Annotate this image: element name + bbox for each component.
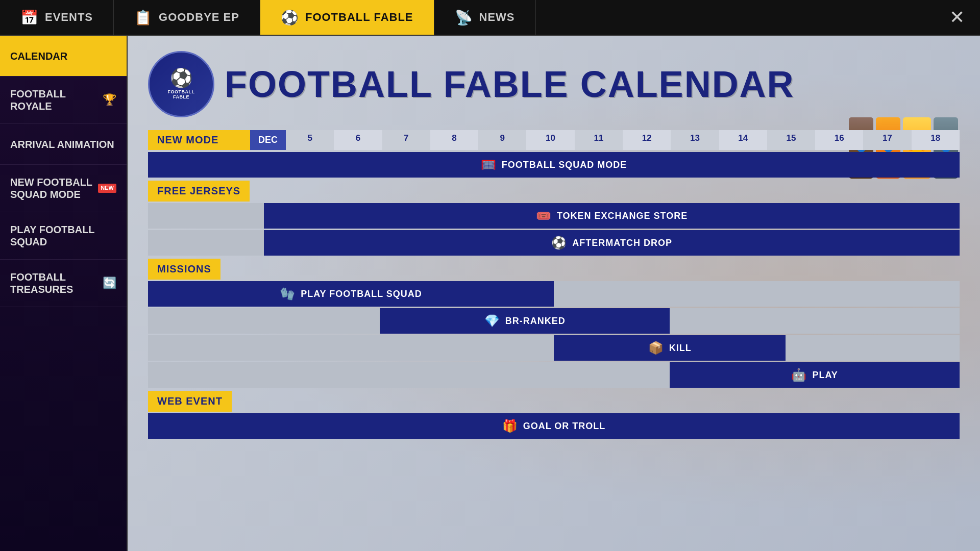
nav-events-label: EVENTS xyxy=(45,11,93,24)
play-football-squad-bar-right-empty xyxy=(554,281,960,307)
date-cell-9: 9 xyxy=(478,130,526,150)
sidebar-item-new-football-squad-mode[interactable]: NEW FOOTBALL SQUAD MODE NEW xyxy=(0,165,127,212)
bar-row-aftermatch-drop-bar[interactable]: ⚽AFTERMATCH DROP xyxy=(148,230,960,256)
section-label-row-free-jerseys-label: FREE JERSEYS xyxy=(148,181,960,202)
kill-bar-icon: 📦 xyxy=(648,341,664,355)
calendar-grid: NEW MODEDEC56789101112131415161718🥅FOOTB… xyxy=(148,130,960,439)
football-fable-logo: ⚽ FOOTBALLFABLE xyxy=(148,51,214,117)
token-exchange-bar-left-empty xyxy=(148,203,264,229)
month-label: DEC xyxy=(250,130,286,150)
bar-row-football-squad-mode-bar[interactable]: 🥅FOOTBALL SQUAD MODE xyxy=(148,152,960,178)
date-cell-11: 11 xyxy=(575,130,623,150)
goal-or-troll-bar: 🎁GOAL OR TROLL xyxy=(148,413,960,439)
nav-news-label: NEWS xyxy=(479,11,515,24)
sidebar-football-treasures-label: FOOTBALL TREASURES xyxy=(10,271,103,295)
nav-news[interactable]: 📡 NEWS xyxy=(434,0,536,35)
football-fable-icon: ⚽ xyxy=(281,9,299,26)
football-squad-mode-bar-label: FOOTBALL SQUAD MODE xyxy=(502,160,627,170)
play-football-squad-bar-label: PLAY FOOTBALL SQUAD xyxy=(301,289,422,299)
play-football-squad-bar-icon: 🧤 xyxy=(280,287,296,301)
kill-bar-left-empty xyxy=(148,335,554,361)
calendar-header: ⚽ FOOTBALLFABLE FOOTBALL FABLE CALENDAR xyxy=(148,51,960,117)
football-royale-icon: 🏆 xyxy=(103,93,116,107)
section-label-row-web-event-label: WEB EVENT xyxy=(148,391,960,412)
top-navigation: 📅 EVENTS 📋 GOODBYE EP ⚽ FOOTBALL FABLE 📡… xyxy=(0,0,980,36)
date-cell-5: 5 xyxy=(286,130,334,150)
date-cell-17: 17 xyxy=(863,130,911,150)
nav-football-fable-label: FOOTBALL FABLE xyxy=(305,11,413,24)
sidebar-new-football-squad-label: NEW FOOTBALL SQUAD MODE xyxy=(10,176,98,201)
goal-or-troll-bar-label: GOAL OR TROLL xyxy=(523,421,606,432)
football-squad-mode-bar: 🥅FOOTBALL SQUAD MODE xyxy=(148,152,960,178)
aftermatch-drop-bar-icon: ⚽ xyxy=(551,236,567,250)
page-title: FOOTBALL FABLE CALENDAR xyxy=(225,66,795,103)
sidebar-item-calendar[interactable]: CALENDAR xyxy=(0,36,127,77)
sidebar-arrival-animation-label: ARRIVAL ANIMATION xyxy=(10,138,114,151)
br-ranked-bar-right-empty xyxy=(670,308,960,334)
football-treasures-icon: 🔄 xyxy=(103,277,116,290)
sidebar-item-play-football-squad[interactable]: PLAY FOOTBALL SQUAD xyxy=(0,212,127,260)
aftermatch-drop-bar-label: AFTERMATCH DROP xyxy=(572,238,672,248)
token-exchange-bar-icon: 🎟️ xyxy=(536,209,552,223)
main-layout: CALENDAR FOOTBALL ROYALE 🏆 ARRIVAL ANIMA… xyxy=(0,36,980,551)
bar-row-kill-bar[interactable]: 📦KILL xyxy=(148,335,960,361)
play-bar-left-empty xyxy=(148,362,670,388)
play-bar-icon: 🤖 xyxy=(791,368,807,382)
date-cell-10: 10 xyxy=(526,130,574,150)
date-cell-12: 12 xyxy=(623,130,671,150)
sidebar-item-football-treasures[interactable]: FOOTBALL TREASURES 🔄 xyxy=(0,260,127,307)
events-icon: 📅 xyxy=(20,9,39,26)
sidebar-item-football-royale[interactable]: FOOTBALL ROYALE 🏆 xyxy=(0,77,127,124)
kill-bar-right-empty xyxy=(786,335,960,361)
date-cell-8: 8 xyxy=(430,130,478,150)
nav-events[interactable]: 📅 EVENTS xyxy=(0,0,114,35)
date-header-row: NEW MODEDEC56789101112131415161718 xyxy=(148,130,960,150)
nav-goodbye-ep[interactable]: 📋 GOODBYE EP xyxy=(114,0,260,35)
date-cell-6: 6 xyxy=(334,130,382,150)
date-cell-7: 7 xyxy=(382,130,430,150)
bar-row-play-bar[interactable]: 🤖PLAY xyxy=(148,362,960,388)
date-cell-13: 13 xyxy=(671,130,719,150)
missions-label: MISSIONS xyxy=(148,259,220,280)
web-event-label: WEB EVENT xyxy=(148,391,232,412)
bar-row-token-exchange-bar[interactable]: 🎟️TOKEN EXCHANGE STORE xyxy=(148,203,960,229)
sidebar-play-football-squad-label: PLAY FOOTBALL SQUAD xyxy=(10,223,116,248)
bar-row-play-football-squad-bar[interactable]: 🧤PLAY FOOTBALL SQUAD xyxy=(148,281,960,307)
date-cell-16: 16 xyxy=(815,130,863,150)
play-football-squad-bar: 🧤PLAY FOOTBALL SQUAD xyxy=(148,281,554,307)
aftermatch-drop-bar-left-empty xyxy=(148,230,264,256)
kill-bar-label: KILL xyxy=(669,343,692,354)
sidebar-calendar-label: CALENDAR xyxy=(10,50,67,62)
play-bar-label: PLAY xyxy=(812,370,838,381)
goal-or-troll-bar-icon: 🎁 xyxy=(502,419,518,433)
new-badge: NEW xyxy=(98,184,116,192)
free-jerseys-label: FREE JERSEYS xyxy=(148,181,250,202)
date-cell-14: 14 xyxy=(719,130,767,150)
bar-row-goal-or-troll-bar[interactable]: 🎁GOAL OR TROLL xyxy=(148,413,960,439)
date-cell-18: 18 xyxy=(912,130,960,150)
play-bar: 🤖PLAY xyxy=(670,362,960,388)
br-ranked-bar-left-empty xyxy=(148,308,380,334)
news-icon: 📡 xyxy=(455,9,473,26)
br-ranked-bar: 💎BR-RANKED xyxy=(380,308,670,334)
football-squad-mode-bar-icon: 🥅 xyxy=(481,158,497,172)
token-exchange-bar-label: TOKEN EXCHANGE STORE xyxy=(557,211,688,221)
br-ranked-bar-label: BR-RANKED xyxy=(505,316,566,327)
kill-bar: 📦KILL xyxy=(554,335,786,361)
goodbye-ep-icon: 📋 xyxy=(134,9,153,26)
date-cell-15: 15 xyxy=(767,130,815,150)
aftermatch-drop-bar: ⚽AFTERMATCH DROP xyxy=(264,230,960,256)
logo-ball-icon: ⚽ xyxy=(170,69,193,87)
nav-football-fable[interactable]: ⚽ FOOTBALL FABLE xyxy=(260,0,434,35)
token-exchange-bar: 🎟️TOKEN EXCHANGE STORE xyxy=(264,203,960,229)
bar-row-br-ranked-bar[interactable]: 💎BR-RANKED xyxy=(148,308,960,334)
section-label-row-missions-label: MISSIONS xyxy=(148,259,960,280)
close-button[interactable]: ✕ xyxy=(949,7,965,28)
sidebar: CALENDAR FOOTBALL ROYALE 🏆 ARRIVAL ANIMA… xyxy=(0,36,128,551)
sidebar-football-royale-label: FOOTBALL ROYALE xyxy=(10,88,103,112)
content-area: ⚽ FOOTBALLFABLE FOOTBALL FABLE CALENDAR … xyxy=(128,36,980,551)
sidebar-item-arrival-animation[interactable]: ARRIVAL ANIMATION xyxy=(0,124,127,165)
br-ranked-bar-icon: 💎 xyxy=(484,314,500,328)
nav-goodbye-ep-label: GOODBYE EP xyxy=(159,11,239,24)
logo-text: FOOTBALLFABLE xyxy=(168,89,195,99)
